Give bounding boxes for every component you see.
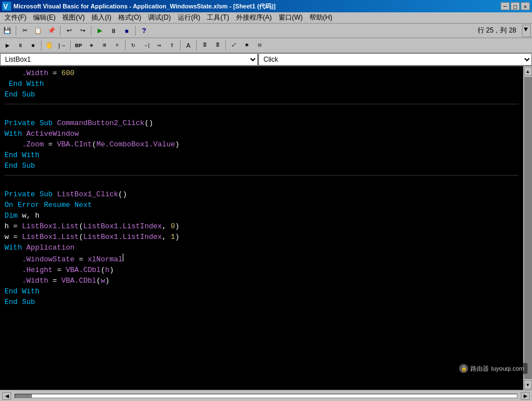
menu-item[interactable]: 视图(V): [59, 12, 88, 24]
position-dropdown[interactable]: ▼: [522, 25, 531, 37]
menu-item[interactable]: 格式(O): [115, 12, 145, 24]
separator: [70, 40, 71, 50]
watermark-icon: 🔒: [459, 364, 468, 373]
separator: [196, 40, 197, 50]
menu-item[interactable]: 插入(I): [88, 12, 114, 24]
code-line: w = ListBox1.List(ListBox1.ListIndex, 1): [4, 232, 519, 243]
menu-item[interactable]: 工具(T): [203, 12, 232, 24]
title-bar-text: Microsoft Visual Basic for Applications …: [13, 2, 501, 11]
code-line: h = ListBox1.List(ListBox1.ListIndex, 0): [4, 222, 519, 232]
code-editor[interactable]: .Width = 600 End With End Sub Private Su…: [0, 66, 523, 390]
code-line: On Error Resume Next: [4, 200, 519, 211]
horizontal-scrollbar[interactable]: [15, 394, 517, 398]
help-button[interactable]: ?: [138, 25, 150, 37]
redo-button[interactable]: ↪: [76, 25, 89, 37]
scroll-thumb[interactable]: [524, 77, 532, 379]
code-line: End Sub: [4, 161, 519, 172]
code-line: End With: [4, 79, 519, 90]
separator: [225, 40, 226, 50]
tb2-btn16[interactable]: ≣: [211, 39, 224, 52]
paste-button[interactable]: 📌: [45, 25, 58, 37]
code-line: With Application: [4, 243, 519, 253]
code-line: End Sub: [4, 90, 519, 100]
tb2-btn11[interactable]: →|: [140, 39, 152, 52]
separator: [180, 40, 181, 50]
menu-item[interactable]: 调试(D): [145, 12, 174, 24]
stop-button[interactable]: ■: [121, 25, 133, 37]
watermark: 🔒 路由器 luyouqi.com: [456, 363, 528, 374]
minimize-button[interactable]: ─: [501, 2, 510, 10]
tb2-btn17[interactable]: 🖊: [228, 39, 240, 52]
scroll-down-button[interactable]: ▼: [524, 380, 532, 389]
tb2-btn4[interactable]: 🖐: [43, 39, 55, 52]
menu-item[interactable]: 编辑(E): [30, 12, 59, 24]
scroll-h-thumb[interactable]: [15, 394, 32, 398]
svg-text:V: V: [3, 3, 8, 11]
title-bar-buttons: ─ □ ✕: [501, 2, 530, 10]
scroll-up-button[interactable]: ▲: [524, 67, 532, 76]
tb2-btn6[interactable]: BP: [72, 39, 85, 52]
code-line: [4, 108, 519, 118]
status-left-btn[interactable]: ◀: [2, 392, 11, 400]
section-divider: [4, 104, 519, 104]
tb2-btn9[interactable]: ≡: [111, 39, 123, 52]
toolbar-1: 💾 ✂ 📋 📌 ↩ ↪ ▶ ⏸ ■ ? 行 25，列 28 ▼: [0, 24, 532, 38]
undo-button[interactable]: ↩: [63, 25, 75, 37]
separator: [41, 40, 41, 50]
menu-item[interactable]: 窗口(W): [275, 12, 306, 24]
code-line-cursor: .WindowState = xlNormal: [4, 253, 519, 265]
code-line: [4, 179, 519, 190]
app-window: V Microsoft Visual Basic for Application…: [0, 0, 532, 401]
toolbar-2: ▶ ⏸ ■ 🖐 |→ BP ◈ ⊞ ≡ ↻ →| ⇒ ⇑ A ≣ ≣ 🖊 ✱ ⊟: [0, 38, 532, 53]
code-line: With ActiveWindow: [4, 129, 519, 140]
app-icon: V: [2, 2, 11, 11]
tb2-btn19[interactable]: ⊟: [253, 39, 266, 52]
tb2-btn3[interactable]: ■: [27, 39, 39, 52]
copy-button[interactable]: 📋: [32, 25, 44, 37]
restore-button[interactable]: □: [511, 2, 520, 10]
tb2-btn1[interactable]: ▶: [1, 39, 13, 52]
separator: [125, 40, 126, 50]
code-line: .Height = VBA.CDbl(h): [4, 265, 519, 276]
tb2-btn2[interactable]: ⏸: [14, 39, 26, 52]
code-container: .Width = 600 End With End Sub Private Su…: [0, 66, 532, 390]
section-divider: [4, 175, 519, 176]
code-line: .Zoom = VBA.CInt(Me.ComboBox1.Value): [4, 140, 519, 150]
menu-item[interactable]: 外接程序(A): [233, 12, 275, 24]
menu-bar: 文件(F)编辑(E)视图(V)插入(I)格式(O)调试(D)运行(R)工具(T)…: [0, 12, 532, 24]
vertical-scrollbar[interactable]: ▲ ▼: [523, 66, 532, 390]
cursor-position: 行 25，列 28: [478, 26, 521, 35]
tb2-btn15[interactable]: ≣: [198, 39, 211, 52]
code-line: .Width = VBA.CDbl(w): [4, 276, 519, 287]
title-bar: V Microsoft Visual Basic for Application…: [0, 0, 532, 12]
tb2-btn7[interactable]: ◈: [85, 39, 98, 52]
pause-button[interactable]: ⏸: [107, 25, 119, 37]
separator: [135, 26, 136, 36]
tb2-btn18[interactable]: ✱: [240, 39, 253, 52]
tb2-btn10[interactable]: ↻: [127, 39, 140, 52]
menu-item[interactable]: 运行(R): [174, 12, 204, 24]
menu-item[interactable]: 文件(F): [1, 12, 30, 24]
tb2-btn14[interactable]: A: [182, 39, 195, 52]
save-button[interactable]: 💾: [1, 25, 13, 37]
object-dropdown[interactable]: ListBox1: [0, 53, 258, 66]
tb2-btn8[interactable]: ⊞: [98, 39, 110, 52]
close-button[interactable]: ✕: [521, 2, 530, 10]
code-line: End With: [4, 150, 519, 161]
run-button[interactable]: ▶: [94, 25, 106, 37]
watermark-url: luyouqi.com: [491, 365, 524, 372]
separator: [60, 26, 61, 36]
status-right-btn[interactable]: ▶: [521, 392, 530, 400]
code-line: .Width = 600: [4, 68, 519, 79]
code-line: End Sub: [4, 297, 519, 308]
tb2-btn12[interactable]: ⇒: [153, 39, 165, 52]
procedure-dropdown[interactable]: Click: [258, 53, 532, 66]
menu-item[interactable]: 帮助(H): [306, 12, 336, 24]
tb2-btn5[interactable]: |→: [56, 39, 68, 52]
tb2-btn13[interactable]: ⇑: [166, 39, 178, 52]
code-line: Private Sub ListBox1_Click(): [4, 190, 519, 200]
dropdown-row: ListBox1 Click: [0, 53, 532, 66]
cut-button[interactable]: ✂: [18, 25, 31, 37]
code-line: Dim w, h: [4, 211, 519, 222]
watermark-text: 路由器: [470, 365, 489, 373]
